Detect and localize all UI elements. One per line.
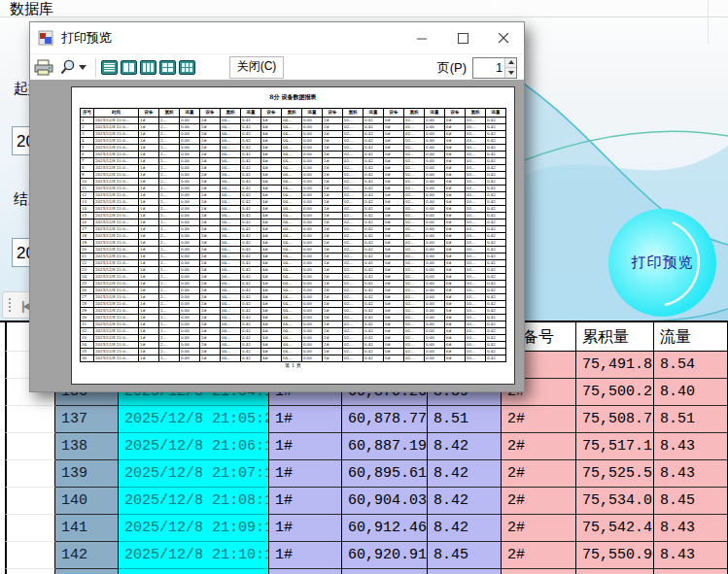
mini-cell: 04… bbox=[282, 287, 302, 294]
table-cell[interactable]: 143 bbox=[55, 569, 119, 574]
table-cell[interactable]: 8.40 bbox=[654, 379, 728, 406]
table-cell[interactable]: 140 bbox=[55, 488, 119, 515]
table-cell[interactable]: 75,525.59 bbox=[576, 460, 654, 488]
table-cell[interactable]: 8.42 bbox=[428, 433, 502, 460]
table-cell[interactable]: 2# bbox=[502, 569, 576, 574]
table-cell[interactable]: 8.51 bbox=[428, 569, 502, 574]
table-cell[interactable]: 139 bbox=[55, 460, 119, 488]
table-cell[interactable]: 75,550.90 bbox=[576, 542, 654, 569]
table-cell[interactable]: 8.43 bbox=[654, 515, 728, 542]
table-cell[interactable]: 2# bbox=[502, 460, 576, 488]
one-page-icon[interactable] bbox=[101, 60, 118, 75]
table-cell[interactable]: 2025/12/8 21:11:19 bbox=[119, 569, 269, 574]
table-cell[interactable]: 2# bbox=[502, 406, 576, 433]
row-header-cell[interactable] bbox=[5, 542, 55, 569]
mini-cell: 02… bbox=[404, 192, 425, 199]
row-header-cell[interactable] bbox=[5, 515, 55, 542]
mini-cell: 2… bbox=[159, 247, 180, 253]
table-cell[interactable]: 137 bbox=[55, 406, 119, 433]
table-cell[interactable]: 2025/12/8 21:07:19 bbox=[119, 460, 269, 488]
table-cell[interactable]: 1# bbox=[269, 460, 342, 488]
printer-icon[interactable] bbox=[33, 59, 54, 77]
close-preview-button[interactable]: 关闭(C) bbox=[229, 56, 284, 79]
table-cell[interactable]: 1# bbox=[269, 433, 342, 460]
table-cell[interactable]: 2# bbox=[502, 542, 576, 569]
table-cell[interactable]: 75,559.41 bbox=[576, 569, 654, 574]
table-cell[interactable]: 1# bbox=[269, 569, 342, 574]
mini-cell: 0.00 bbox=[302, 274, 323, 281]
mini-cell: 02… bbox=[343, 179, 364, 186]
table-cell[interactable]: 1# bbox=[269, 542, 342, 569]
close-button[interactable] bbox=[483, 23, 524, 53]
mini-cell: 0.00 bbox=[425, 260, 445, 267]
table-cell[interactable]: 2025/12/8 21:09:19 bbox=[119, 515, 269, 542]
mini-cell: 0# bbox=[384, 206, 404, 213]
page-number-input[interactable] bbox=[473, 58, 504, 78]
table-cell[interactable]: 141 bbox=[55, 515, 119, 542]
table-cell[interactable]: 8.43 bbox=[654, 433, 728, 460]
table-cell[interactable]: 60,929.41 bbox=[342, 569, 428, 574]
six-pages-icon[interactable] bbox=[179, 60, 195, 75]
table-cell[interactable]: 75,542.47 bbox=[576, 515, 654, 542]
mini-cell: 6# bbox=[445, 138, 466, 145]
table-cell[interactable]: 1# bbox=[269, 488, 342, 515]
table-cell[interactable]: 8.51 bbox=[654, 569, 728, 574]
table-cell[interactable]: 2# bbox=[502, 433, 576, 460]
table-cell[interactable]: 8.45 bbox=[654, 488, 728, 515]
mini-cell: 31 bbox=[81, 321, 94, 328]
table-cell[interactable]: 1# bbox=[269, 406, 342, 433]
mini-row: 182025/12/8 21:0…1#2…0.002#04…0.424#04…0… bbox=[81, 233, 506, 240]
table-cell[interactable]: 60,904.03 bbox=[342, 488, 428, 515]
print-preview-ball-button[interactable]: 打印预览 bbox=[608, 209, 716, 317]
table-cell[interactable]: 8.43 bbox=[654, 542, 728, 569]
table-cell[interactable]: 8.51 bbox=[428, 406, 502, 433]
table-cell[interactable]: 75,491.83 bbox=[576, 352, 654, 379]
table-cell[interactable]: 2025/12/8 21:08:19 bbox=[119, 488, 269, 515]
table-cell[interactable]: 60,912.46 bbox=[342, 515, 428, 542]
table-cell[interactable]: 8.42 bbox=[428, 515, 502, 542]
zoom-icon[interactable] bbox=[59, 59, 76, 76]
mini-cell: 02… bbox=[343, 118, 364, 124]
table-cell[interactable]: 75,517.17 bbox=[576, 433, 654, 460]
table-cell[interactable]: 8.54 bbox=[654, 352, 728, 379]
table-cell[interactable]: 8.42 bbox=[428, 460, 502, 488]
table-cell[interactable]: 2025/12/8 21:06:19 bbox=[119, 433, 269, 460]
four-pages-icon[interactable] bbox=[159, 60, 176, 75]
row-header-cell[interactable] bbox=[5, 460, 55, 488]
table-cell[interactable]: 60,887.19 bbox=[342, 433, 428, 460]
table-cell[interactable]: 8.42 bbox=[428, 488, 502, 515]
row-header-cell[interactable] bbox=[5, 406, 55, 433]
three-pages-icon[interactable] bbox=[140, 60, 156, 75]
row-header-cell[interactable] bbox=[5, 433, 55, 460]
minimize-button[interactable] bbox=[401, 23, 442, 53]
dialog-title-bar[interactable]: 打印预览 bbox=[30, 22, 524, 54]
table-cell[interactable]: 1# bbox=[269, 515, 342, 542]
mini-cell: 04… bbox=[221, 152, 241, 158]
table-cell[interactable]: 75,534.05 bbox=[576, 488, 654, 515]
two-pages-icon[interactable] bbox=[121, 60, 137, 75]
table-cell[interactable]: 60,920.91 bbox=[342, 542, 428, 569]
table-cell[interactable]: 60,895.61 bbox=[342, 460, 428, 488]
table-cell[interactable]: 2025/12/8 21:05:20 bbox=[119, 406, 269, 433]
table-cell[interactable]: 75,500.23 bbox=[576, 379, 654, 406]
table-cell[interactable]: 8.45 bbox=[428, 542, 502, 569]
table-cell[interactable]: 8.51 bbox=[654, 406, 728, 433]
page-up-button[interactable] bbox=[504, 58, 516, 69]
zoom-dropdown-caret[interactable] bbox=[79, 65, 87, 70]
table-cell[interactable]: 138 bbox=[55, 433, 119, 460]
table-cell[interactable]: 8.43 bbox=[654, 460, 728, 488]
maximize-button[interactable] bbox=[442, 23, 483, 53]
table-cell[interactable]: 2# bbox=[502, 515, 576, 542]
mini-cell: 0.42 bbox=[241, 192, 261, 199]
preview-page[interactable]: 8分 设备数据报表 序号时间设备累积流量设备累积流量设备累积流量设备累积流量设备… bbox=[71, 86, 515, 385]
row-header-cell[interactable] bbox=[5, 488, 55, 515]
table-cell[interactable]: 2025/12/8 21:10:19 bbox=[119, 542, 269, 569]
page-down-button[interactable] bbox=[504, 68, 516, 78]
table-cell[interactable]: 60,878.77 bbox=[342, 406, 428, 433]
table-cell[interactable]: 2# bbox=[502, 488, 576, 515]
mini-cell: 2… bbox=[159, 274, 180, 281]
mini-cell: 0.42 bbox=[364, 131, 384, 138]
table-cell[interactable]: 142 bbox=[55, 542, 119, 569]
row-header-cell[interactable] bbox=[5, 569, 55, 574]
table-cell[interactable]: 75,508.74 bbox=[576, 406, 654, 433]
